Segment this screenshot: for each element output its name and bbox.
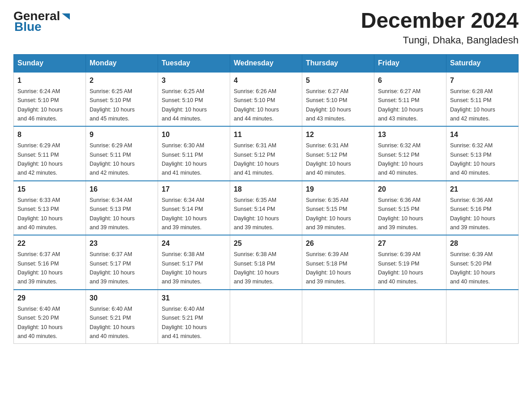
calendar-day-cell: 3Sunrise: 6:25 AMSunset: 5:10 PMDaylight…: [158, 72, 230, 127]
page-title: December 2024: [361, 9, 519, 33]
day-info: Sunrise: 6:25 AMSunset: 5:10 PMDaylight:…: [162, 88, 207, 122]
calendar-empty-cell: [230, 290, 302, 344]
day-number: 15: [17, 184, 82, 195]
day-info: Sunrise: 6:40 AMSunset: 5:20 PMDaylight:…: [17, 306, 63, 339]
day-info: Sunrise: 6:24 AMSunset: 5:10 PMDaylight:…: [17, 88, 63, 122]
calendar-empty-cell: [374, 290, 446, 344]
day-info: Sunrise: 6:32 AMSunset: 5:13 PMDaylight:…: [450, 142, 495, 176]
day-number: 26: [306, 238, 370, 249]
day-info: Sunrise: 6:29 AMSunset: 5:11 PMDaylight:…: [90, 142, 135, 176]
day-number: 20: [378, 184, 442, 195]
day-info: Sunrise: 6:27 AMSunset: 5:10 PMDaylight:…: [306, 88, 351, 122]
calendar-day-cell: 5Sunrise: 6:27 AMSunset: 5:10 PMDaylight…: [302, 72, 374, 127]
day-number: 18: [234, 184, 298, 195]
calendar-header-monday: Monday: [86, 54, 158, 72]
calendar-header-saturday: Saturday: [446, 54, 519, 72]
calendar-header-sunday: Sunday: [14, 54, 86, 72]
day-info: Sunrise: 6:34 AMSunset: 5:13 PMDaylight:…: [90, 197, 135, 231]
day-info: Sunrise: 6:39 AMSunset: 5:18 PMDaylight:…: [306, 251, 351, 285]
day-number: 5: [306, 75, 370, 86]
svg-marker-0: [62, 13, 70, 20]
calendar-day-cell: 6Sunrise: 6:27 AMSunset: 5:11 PMDaylight…: [374, 72, 446, 127]
day-number: 14: [450, 129, 515, 140]
day-number: 12: [306, 129, 370, 140]
calendar-day-cell: 22Sunrise: 6:37 AMSunset: 5:16 PMDayligh…: [14, 235, 86, 290]
calendar-day-cell: 8Sunrise: 6:29 AMSunset: 5:11 PMDaylight…: [14, 126, 86, 181]
calendar-header-tuesday: Tuesday: [158, 54, 230, 72]
day-info: Sunrise: 6:25 AMSunset: 5:10 PMDaylight:…: [90, 88, 135, 122]
day-number: 4: [234, 75, 298, 86]
day-info: Sunrise: 6:38 AMSunset: 5:17 PMDaylight:…: [162, 251, 207, 285]
day-info: Sunrise: 6:30 AMSunset: 5:11 PMDaylight:…: [162, 142, 207, 176]
calendar-week-row: 22Sunrise: 6:37 AMSunset: 5:16 PMDayligh…: [14, 235, 519, 290]
calendar-header-row: SundayMondayTuesdayWednesdayThursdayFrid…: [14, 54, 519, 72]
day-number: 29: [17, 293, 82, 304]
calendar-empty-cell: [302, 290, 374, 344]
day-number: 8: [17, 129, 82, 140]
day-number: 24: [162, 238, 226, 249]
day-number: 21: [450, 184, 515, 195]
day-info: Sunrise: 6:26 AMSunset: 5:10 PMDaylight:…: [234, 88, 279, 122]
calendar-day-cell: 25Sunrise: 6:38 AMSunset: 5:18 PMDayligh…: [230, 235, 302, 290]
day-info: Sunrise: 6:36 AMSunset: 5:16 PMDaylight:…: [450, 197, 495, 231]
calendar-day-cell: 15Sunrise: 6:33 AMSunset: 5:13 PMDayligh…: [14, 181, 86, 235]
day-number: 9: [90, 129, 154, 140]
calendar-day-cell: 10Sunrise: 6:30 AMSunset: 5:11 PMDayligh…: [158, 126, 230, 181]
day-number: 17: [162, 184, 226, 195]
day-number: 11: [234, 129, 298, 140]
calendar-day-cell: 30Sunrise: 6:40 AMSunset: 5:21 PMDayligh…: [86, 290, 158, 344]
day-number: 3: [162, 75, 226, 86]
calendar-week-row: 8Sunrise: 6:29 AMSunset: 5:11 PMDaylight…: [14, 126, 519, 181]
calendar-day-cell: 29Sunrise: 6:40 AMSunset: 5:20 PMDayligh…: [14, 290, 86, 344]
day-number: 2: [90, 75, 154, 86]
day-number: 31: [162, 293, 226, 304]
day-number: 19: [306, 184, 370, 195]
day-info: Sunrise: 6:39 AMSunset: 5:19 PMDaylight:…: [378, 251, 423, 285]
calendar-day-cell: 14Sunrise: 6:32 AMSunset: 5:13 PMDayligh…: [446, 126, 519, 181]
day-info: Sunrise: 6:29 AMSunset: 5:11 PMDaylight:…: [17, 142, 63, 176]
day-number: 27: [378, 238, 442, 249]
logo: General Blue: [13, 9, 71, 34]
calendar-day-cell: 26Sunrise: 6:39 AMSunset: 5:18 PMDayligh…: [302, 235, 374, 290]
calendar-day-cell: 23Sunrise: 6:37 AMSunset: 5:17 PMDayligh…: [86, 235, 158, 290]
calendar-day-cell: 20Sunrise: 6:36 AMSunset: 5:15 PMDayligh…: [374, 181, 446, 235]
day-number: 10: [162, 129, 226, 140]
calendar-day-cell: 12Sunrise: 6:31 AMSunset: 5:12 PMDayligh…: [302, 126, 374, 181]
day-info: Sunrise: 6:40 AMSunset: 5:21 PMDaylight:…: [90, 306, 135, 339]
calendar-day-cell: 19Sunrise: 6:35 AMSunset: 5:15 PMDayligh…: [302, 181, 374, 235]
day-info: Sunrise: 6:27 AMSunset: 5:11 PMDaylight:…: [378, 88, 423, 122]
day-number: 30: [90, 293, 154, 304]
calendar-day-cell: 24Sunrise: 6:38 AMSunset: 5:17 PMDayligh…: [158, 235, 230, 290]
day-info: Sunrise: 6:39 AMSunset: 5:20 PMDaylight:…: [450, 251, 495, 285]
calendar-day-cell: 27Sunrise: 6:39 AMSunset: 5:19 PMDayligh…: [374, 235, 446, 290]
day-number: 22: [17, 238, 82, 249]
day-number: 6: [378, 75, 442, 86]
day-info: Sunrise: 6:36 AMSunset: 5:15 PMDaylight:…: [378, 197, 423, 231]
day-info: Sunrise: 6:40 AMSunset: 5:21 PMDaylight:…: [162, 306, 207, 339]
day-info: Sunrise: 6:31 AMSunset: 5:12 PMDaylight:…: [306, 142, 351, 176]
day-number: 23: [90, 238, 154, 249]
day-info: Sunrise: 6:32 AMSunset: 5:12 PMDaylight:…: [378, 142, 423, 176]
calendar-header-wednesday: Wednesday: [230, 54, 302, 72]
day-info: Sunrise: 6:35 AMSunset: 5:15 PMDaylight:…: [306, 197, 351, 231]
calendar-day-cell: 31Sunrise: 6:40 AMSunset: 5:21 PMDayligh…: [158, 290, 230, 344]
page-header: General Blue December 2024 Tungi, Dhaka,…: [13, 9, 519, 46]
day-info: Sunrise: 6:28 AMSunset: 5:11 PMDaylight:…: [450, 88, 495, 122]
day-info: Sunrise: 6:33 AMSunset: 5:13 PMDaylight:…: [17, 197, 63, 231]
day-info: Sunrise: 6:31 AMSunset: 5:12 PMDaylight:…: [234, 142, 279, 176]
calendar-day-cell: 13Sunrise: 6:32 AMSunset: 5:12 PMDayligh…: [374, 126, 446, 181]
day-info: Sunrise: 6:38 AMSunset: 5:18 PMDaylight:…: [234, 251, 279, 285]
calendar-week-row: 1Sunrise: 6:24 AMSunset: 5:10 PMDaylight…: [14, 72, 519, 127]
calendar-day-cell: 17Sunrise: 6:34 AMSunset: 5:14 PMDayligh…: [158, 181, 230, 235]
calendar-week-row: 29Sunrise: 6:40 AMSunset: 5:20 PMDayligh…: [14, 290, 519, 344]
calendar-day-cell: 18Sunrise: 6:35 AMSunset: 5:14 PMDayligh…: [230, 181, 302, 235]
calendar-header-friday: Friday: [374, 54, 446, 72]
calendar-day-cell: 4Sunrise: 6:26 AMSunset: 5:10 PMDaylight…: [230, 72, 302, 127]
page-subtitle: Tungi, Dhaka, Bangladesh: [361, 34, 519, 46]
calendar-day-cell: 16Sunrise: 6:34 AMSunset: 5:13 PMDayligh…: [86, 181, 158, 235]
day-number: 25: [234, 238, 298, 249]
day-number: 1: [17, 75, 82, 86]
calendar-day-cell: 7Sunrise: 6:28 AMSunset: 5:11 PMDaylight…: [446, 72, 519, 127]
day-info: Sunrise: 6:37 AMSunset: 5:17 PMDaylight:…: [90, 251, 135, 285]
calendar-day-cell: 11Sunrise: 6:31 AMSunset: 5:12 PMDayligh…: [230, 126, 302, 181]
